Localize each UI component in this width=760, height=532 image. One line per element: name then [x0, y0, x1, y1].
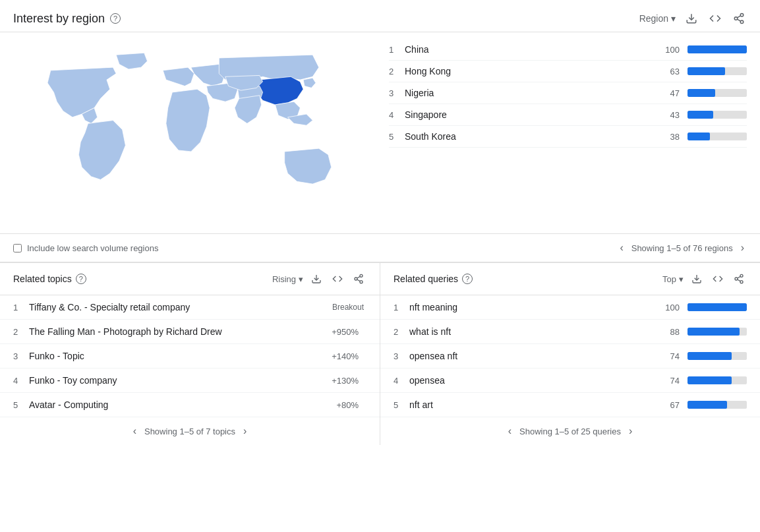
item-rank: 1 [13, 303, 29, 312]
topics-help-icon[interactable]: ? [76, 274, 86, 284]
region-row: 1 China 100 [389, 39, 747, 61]
query-bar-fill [687, 352, 732, 360]
map-container [0, 32, 376, 233]
svg-line-4 [737, 19, 740, 21]
region-bar-container [687, 67, 747, 75]
topics-dropdown-chevron: ▾ [299, 274, 303, 284]
query-score: 67 [640, 400, 680, 410]
region-label: Region [639, 13, 668, 24]
region-bar-container [687, 89, 747, 97]
topics-share-icon[interactable] [351, 271, 366, 287]
region-bar-fill [687, 67, 725, 75]
region-row: 3 Nigeria 47 [389, 82, 747, 104]
query-bar-fill [687, 328, 740, 336]
queries-controls: Top ▾ [662, 271, 747, 287]
svg-point-16 [740, 281, 743, 283]
region-score: 63 [653, 67, 680, 76]
topic-row: 2 The Falling Man - Photograph by Richar… [0, 320, 380, 344]
topic-row: 5 Avatar - Computing +80% [0, 393, 380, 417]
interest-by-region-label: Interest by region [13, 12, 105, 26]
region-bar-fill [687, 45, 747, 53]
low-volume-checkbox[interactable] [13, 244, 22, 252]
related-topics-label: Related topics [13, 274, 72, 284]
queries-download-icon[interactable] [689, 271, 705, 287]
topics-download-icon[interactable] [308, 271, 324, 287]
topic-score: +80% [319, 400, 359, 410]
query-score: 74 [640, 351, 680, 361]
query-name: nft art [409, 399, 640, 410]
topic-row: 3 Funko - Topic +140% [0, 344, 380, 369]
region-row: 5 South Korea 38 [389, 126, 747, 148]
region-bar-container [687, 133, 747, 140]
world-map [13, 45, 363, 220]
topics-panel-title: Related topics ? [13, 274, 86, 284]
topics-panel: Related topics ? Rising ▾ 1 [0, 263, 380, 445]
query-bar-fill [687, 303, 747, 311]
region-dropdown[interactable]: Region ▾ [639, 13, 676, 24]
item-rank: 5 [13, 400, 29, 410]
download-icon[interactable] [684, 11, 699, 26]
section-title: Interest by region ? [13, 12, 121, 26]
region-name: Singapore [405, 109, 653, 120]
queries-dropdown-label: Top [662, 274, 676, 284]
regions-pagination: ‹ Showing 1–5 of 76 regions › [617, 242, 747, 254]
svg-point-9 [355, 278, 357, 280]
map-region-container: 1 China 100 2 Hong Kong 63 3 Nigeria 47 … [0, 32, 760, 233]
item-rank: 4 [13, 376, 29, 386]
topics-dropdown-label: Rising [272, 274, 296, 284]
region-list: 1 China 100 2 Hong Kong 63 3 Nigeria 47 … [376, 32, 760, 233]
next-topics-btn[interactable]: › [241, 425, 249, 437]
item-rank: 5 [394, 400, 409, 410]
item-rank: 2 [394, 327, 409, 337]
header-controls: Region ▾ [639, 11, 747, 26]
topic-row: 1 Tiffany & Co. - Specialty retail compa… [0, 295, 380, 320]
item-rank: 3 [394, 351, 409, 361]
topic-score: +130% [319, 376, 359, 386]
topic-name: Avatar - Computing [29, 399, 319, 410]
svg-point-8 [360, 274, 363, 277]
region-bar-container [687, 45, 747, 53]
svg-point-3 [740, 20, 744, 24]
rank-number: 4 [389, 110, 405, 120]
low-volume-checkbox-label[interactable]: Include low search volume regions [13, 243, 158, 253]
next-queries-btn[interactable]: › [626, 425, 635, 437]
topics-embed-icon[interactable] [330, 271, 345, 287]
prev-queries-btn[interactable]: ‹ [506, 425, 514, 437]
svg-line-11 [357, 280, 361, 281]
topic-name: The Falling Man - Photograph by Richard … [29, 326, 319, 337]
embed-code-icon[interactable] [707, 11, 723, 26]
help-icon[interactable]: ? [110, 13, 121, 24]
query-score: 88 [640, 327, 680, 337]
region-bar-container [687, 111, 747, 119]
query-name: what is nft [409, 326, 640, 337]
queries-embed-icon[interactable] [710, 271, 726, 287]
item-rank: 3 [13, 351, 29, 361]
query-bar-container [687, 303, 747, 311]
share-icon[interactable] [731, 11, 747, 26]
prev-regions-btn[interactable]: ‹ [617, 242, 626, 254]
svg-line-17 [738, 280, 741, 281]
next-regions-btn[interactable]: › [738, 242, 747, 254]
topics-rising-dropdown[interactable]: Rising ▾ [272, 274, 303, 284]
related-queries-label: Related queries [394, 274, 458, 284]
query-row: 5 nft art 67 [380, 393, 760, 417]
queries-top-dropdown[interactable]: Top ▾ [662, 274, 684, 284]
queries-help-icon[interactable]: ? [462, 274, 473, 284]
query-bar-container [687, 352, 747, 360]
query-name: opensea [409, 375, 640, 386]
query-row: 2 what is nft 88 [380, 320, 760, 344]
svg-point-14 [740, 274, 743, 277]
svg-line-12 [357, 276, 361, 278]
region-score: 38 [653, 132, 680, 142]
checkbox-row: Include low search volume regions ‹ Show… [0, 233, 760, 262]
query-bar-container [687, 328, 747, 336]
topic-score: +950% [319, 327, 359, 337]
queries-dropdown-chevron: ▾ [679, 274, 684, 284]
region-bar-fill [687, 133, 710, 140]
query-name: opensea nft [409, 351, 640, 361]
queries-pagination-text: Showing 1–5 of 25 queries [519, 427, 621, 436]
prev-topics-btn[interactable]: ‹ [131, 425, 139, 437]
region-name: Hong Kong [405, 66, 653, 76]
queries-share-icon[interactable] [731, 271, 747, 287]
topics-pagination-text: Showing 1–5 of 7 topics [144, 427, 235, 436]
